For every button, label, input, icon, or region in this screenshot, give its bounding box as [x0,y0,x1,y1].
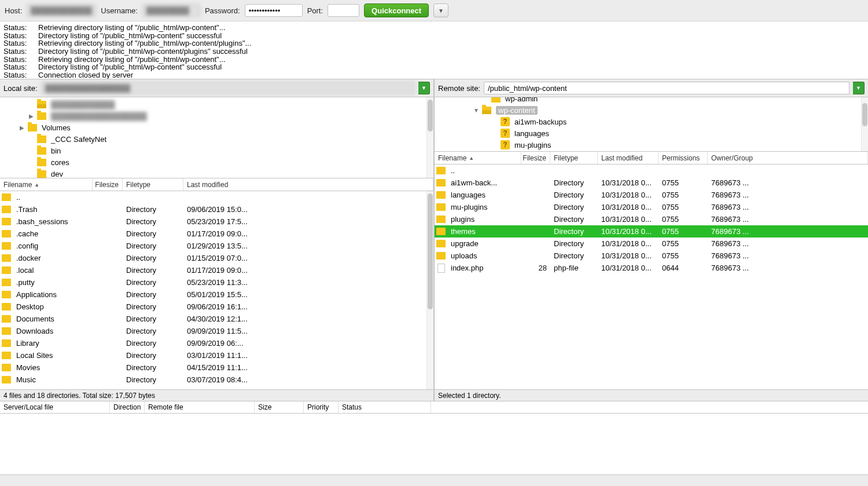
tree-item-label: ██████████████████ [51,112,147,120]
remote-path-input[interactable] [484,82,849,94]
file-row[interactable]: .cacheDirectory01/17/2019 09:0... [0,228,433,240]
file-row[interactable]: .configDirectory01/29/2019 13:5... [0,240,433,252]
local-col-filename[interactable]: Filename▲ [0,178,93,191]
local-path-dropdown[interactable]: ▼ [418,82,430,94]
file-name: Downloads [13,327,93,335]
file-type: Directory [123,351,183,360]
file-row[interactable]: .. [435,165,868,177]
tree-item[interactable]: ▼wp-content [435,104,868,116]
file-row[interactable]: .bash_sessionsDirectory05/23/2019 17:5..… [0,215,433,228]
remote-col-permissions[interactable]: Permissions [659,152,708,164]
tree-item-label: Volumes [42,123,71,132]
folder-icon [37,170,46,178]
remote-col-modified[interactable]: Last modified [598,152,659,164]
port-label: Port: [307,6,323,15]
tree-item[interactable]: ?languages [435,127,868,139]
file-row[interactable]: DownloadsDirectory09/09/2019 11:5... [0,325,433,337]
file-modified: 04/15/2019 11:1... [183,363,433,372]
local-col-filetype[interactable]: Filetype [123,178,183,191]
remote-site-bar: Remote site: ▼ [435,79,868,97]
local-column-headers[interactable]: Filename▲ Filesize Filetype Last modifie… [0,178,433,191]
file-modified: 01/17/2019 09:0... [183,266,433,275]
tree-item[interactable]: bin [0,145,433,156]
tree-item[interactable]: wp-admin [435,97,868,104]
tree-item-label: ████████████ [51,100,115,109]
file-name: upgrade [447,239,521,248]
queue-column-headers[interactable]: Server/Local file Direction Remote file … [0,401,868,414]
remote-tree[interactable]: wp-admin▼wp-content?ai1wm-backups?langua… [435,97,868,152]
file-row[interactable]: ApplicationsDirectory05/01/2019 15:5... [0,288,433,301]
tree-item[interactable]: ?ai1wm-backups [435,116,868,127]
file-name: .local [13,266,93,275]
remote-col-owner[interactable]: Owner/Group [708,152,868,164]
remote-file-list[interactable]: ..ai1wm-back...Directory10/31/2018 0...0… [435,165,868,389]
file-row[interactable]: ai1wm-back...Directory10/31/2018 0...075… [435,177,868,189]
remote-col-filetype[interactable]: Filetype [550,152,598,164]
tree-item[interactable]: ████████████ [0,98,433,110]
chevron-down-icon[interactable]: ▼ [473,107,480,114]
remote-path-dropdown[interactable]: ▼ [853,82,865,94]
quickconnect-button[interactable]: Quickconnect [364,3,429,17]
remote-col-filesize[interactable]: Filesize [521,152,550,164]
file-row[interactable]: MusicDirectory03/07/2019 08:4... [0,374,433,386]
port-input[interactable] [328,4,359,17]
folder-icon [436,191,446,199]
queue-body[interactable] [0,414,868,474]
file-modified: 05/23/2019 17:5... [183,217,433,226]
tree-item[interactable]: ▶██████████████████ [0,110,433,122]
queue-col-serverlocal[interactable]: Server/Local file [0,401,110,413]
disclosure-spacer [28,159,35,166]
chevron-right-icon[interactable]: ▶ [28,112,35,119]
file-modified: 10/31/2018 0... [598,227,659,236]
file-row[interactable]: themesDirectory10/31/2018 0...0755768967… [435,225,868,237]
file-row[interactable]: DocumentsDirectory04/30/2019 12:1... [0,313,433,325]
file-row[interactable]: .puttyDirectory05/23/2019 11:3... [0,276,433,288]
local-col-filesize[interactable]: Filesize [93,178,123,191]
tree-item-label: bin [51,147,61,155]
quickconnect-dropdown-button[interactable]: ▼ [433,3,448,17]
chevron-right-icon[interactable]: ▶ [19,124,25,131]
file-row[interactable]: upgradeDirectory10/31/2018 0...075576896… [435,237,868,250]
queue-col-status[interactable]: Status [339,401,431,413]
remote-col-filename[interactable]: Filename▲ [435,152,521,164]
folder-icon [436,203,446,211]
file-type: Directory [123,327,183,335]
queue-col-remote[interactable]: Remote file [145,401,255,413]
file-row[interactable]: pluginsDirectory10/31/2018 0...075576896… [435,213,868,225]
folder-icon [491,97,501,103]
queue-col-size[interactable]: Size [255,401,304,413]
file-row[interactable]: .localDirectory01/17/2019 09:0... [0,264,433,276]
file-modified: 10/31/2018 0... [598,264,659,272]
file-row[interactable]: .. [0,191,433,203]
tree-item[interactable]: cores [0,156,433,168]
file-name: Desktop [13,302,93,311]
file-row[interactable]: index.php28php-file10/31/2018 0...064476… [435,262,868,274]
local-file-list[interactable]: ...TrashDirectory09/06/2019 15:0....bash… [0,191,433,389]
queue-col-priority[interactable]: Priority [304,401,339,413]
file-row[interactable]: MoviesDirectory04/15/2019 11:1... [0,361,433,374]
tree-item[interactable]: _CCC SafetyNet [0,133,433,145]
tree-item[interactable]: dev [0,168,433,178]
file-row[interactable]: LibraryDirectory09/09/2019 06:... [0,337,433,349]
file-row[interactable]: DesktopDirectory09/06/2019 16:1... [0,301,433,313]
local-path-input[interactable] [41,82,415,94]
file-row[interactable]: languagesDirectory10/31/2018 0...0755768… [435,189,868,201]
local-tree[interactable]: ████████████▶██████████████████▶Volumes_… [0,97,433,178]
unknown-folder-icon: ? [501,129,510,138]
host-input[interactable] [27,4,96,17]
folder-icon [436,252,446,260]
file-row[interactable]: Local SitesDirectory03/01/2019 11:1... [0,349,433,361]
tree-item[interactable]: ▶Volumes [0,122,433,133]
password-input[interactable] [245,4,303,17]
file-type: Directory [123,266,183,275]
file-row[interactable]: .dockerDirectory01/15/2019 07:0... [0,252,433,264]
file-row[interactable]: mu-pluginsDirectory10/31/2018 0...075576… [435,201,868,213]
remote-column-headers[interactable]: Filename▲ Filesize Filetype Last modifie… [435,152,868,165]
file-row[interactable]: .TrashDirectory09/06/2019 15:0... [0,203,433,215]
tree-item[interactable]: ?mu-plugins [435,139,868,151]
file-row[interactable]: uploadsDirectory10/31/2018 0...075576896… [435,250,868,262]
local-col-modified[interactable]: Last modified [183,178,433,191]
username-input[interactable] [142,4,200,17]
file-name: .cache [13,229,93,238]
queue-col-direction[interactable]: Direction [110,401,145,413]
